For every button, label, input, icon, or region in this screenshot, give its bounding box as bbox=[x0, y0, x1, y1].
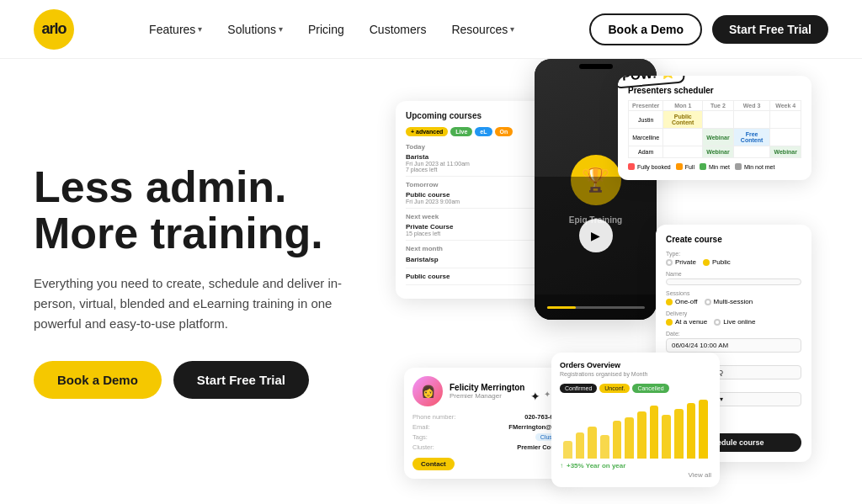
bar-chart-bar bbox=[699, 400, 708, 459]
scheduler-title: Presenters scheduler bbox=[628, 86, 801, 95]
bar-chart-bar bbox=[576, 432, 585, 459]
table-row: Adam Webinar Webinar bbox=[629, 146, 801, 158]
hero-buttons: Book a Demo Start Free Trial bbox=[34, 361, 370, 399]
bar-chart-bar bbox=[687, 403, 696, 459]
view-all-link[interactable]: View all bbox=[560, 471, 711, 479]
bar-chart-bar bbox=[625, 417, 634, 459]
star-icon-small: ✦ bbox=[544, 390, 551, 403]
bar-chart bbox=[560, 400, 711, 459]
filter-all[interactable]: + advanced bbox=[406, 127, 448, 136]
book-demo-button[interactable]: Book a Demo bbox=[589, 13, 701, 45]
nav-item-features[interactable]: Features ▾ bbox=[139, 18, 212, 41]
create-course-title: Create course bbox=[666, 235, 801, 244]
profile-fields: Phone number: 020-763-6630 Email: FMerri… bbox=[412, 413, 564, 451]
name-input[interactable] bbox=[666, 279, 801, 285]
video-overlay: ▶ bbox=[535, 177, 657, 294]
date-input[interactable]: 06/04/24 10:00 AM bbox=[666, 338, 801, 353]
min-met-legend-dot bbox=[700, 163, 706, 170]
radio-venue[interactable] bbox=[666, 319, 673, 326]
nav-item-customers[interactable]: Customers bbox=[359, 18, 437, 41]
profile-name: Felicity Merrington bbox=[450, 383, 524, 392]
bar-chart-bar bbox=[637, 411, 646, 459]
chevron-down-icon: ▾ bbox=[279, 24, 283, 34]
filter-elearning[interactable]: eL bbox=[475, 127, 492, 136]
nav-links: Features ▾ Solutions ▾ Pricing Customers… bbox=[139, 18, 524, 41]
growth-arrow-icon: ↑ bbox=[560, 462, 563, 470]
bar-chart-bar bbox=[613, 421, 622, 459]
video-controls bbox=[535, 294, 657, 320]
bar-chart-bar bbox=[662, 415, 671, 459]
full-legend-dot bbox=[676, 163, 683, 170]
orders-filter-tabs: Confirmed Unconf. Cancelled bbox=[560, 384, 711, 393]
hero-title: Less admin. More training. bbox=[34, 164, 370, 256]
hero-book-demo-button[interactable]: Book a Demo bbox=[34, 361, 162, 399]
play-button[interactable]: ▶ bbox=[579, 219, 613, 252]
hero-left: Less admin. More training. Everything yo… bbox=[34, 164, 396, 398]
orders-title: Orders Overview bbox=[560, 361, 711, 369]
progress-bar bbox=[547, 306, 645, 309]
filter-confirmed[interactable]: Confirmed bbox=[560, 384, 597, 393]
table-row: Justin Public Content bbox=[629, 111, 801, 129]
scheduler-table: Presenter Mon 1 Tue 2 Wed 3 Week 4 Justi… bbox=[628, 100, 801, 158]
phone-notch bbox=[579, 64, 613, 69]
radio-private[interactable] bbox=[666, 259, 673, 266]
name-field: Name bbox=[666, 271, 801, 285]
scheduler-legend: Fully booked Full Min met Min not met bbox=[628, 163, 801, 170]
nav-item-resources[interactable]: Resources ▾ bbox=[441, 18, 524, 41]
start-trial-button[interactable]: Start Free Trial bbox=[712, 15, 828, 44]
logo[interactable]: arlo bbox=[34, 9, 74, 50]
hero-start-trial-button[interactable]: Start Free Trial bbox=[173, 361, 309, 399]
radio-oneoff[interactable] bbox=[666, 299, 673, 305]
table-row: Marcelline Webinar Free Content bbox=[629, 129, 801, 146]
radio-multisession[interactable] bbox=[705, 299, 711, 305]
delivery-field: Delivery At a venue Live online bbox=[666, 310, 801, 326]
filter-cancelled[interactable]: Cancelled bbox=[632, 384, 668, 393]
hero-section: Less admin. More training. Everything yo… bbox=[0, 59, 862, 504]
contact-button[interactable]: Contact bbox=[412, 458, 455, 470]
chevron-down-icon: ▾ bbox=[198, 24, 202, 34]
profile-role: Premier Manager bbox=[450, 392, 524, 400]
growth-indicator: ↑ +35% Year on year bbox=[560, 462, 711, 470]
date-field: Date: 06/04/24 10:00 AM bbox=[666, 331, 801, 353]
orders-subtitle: Registrations organised by Month bbox=[560, 371, 711, 377]
avatar: 👩 bbox=[412, 376, 443, 406]
radio-liveonline[interactable] bbox=[714, 319, 721, 326]
min-not-met-legend-dot bbox=[735, 163, 742, 170]
profile-card: 👩 Felicity Merrington Premier Manager Ph… bbox=[404, 368, 572, 479]
bar-chart-bar bbox=[674, 409, 684, 459]
type-field: Type: Private Public bbox=[666, 251, 801, 266]
hero-visuals: Upcoming courses + advanced Live eL On T… bbox=[396, 59, 828, 504]
star-icon: ✦ bbox=[530, 390, 540, 403]
filter-ondemand[interactable]: On bbox=[495, 127, 513, 136]
bar-chart-bar bbox=[563, 441, 572, 459]
navbar: arlo Features ▾ Solutions ▾ Pricing Cust… bbox=[0, 0, 862, 59]
sessions-field: Sessions One-off Multi-session bbox=[666, 290, 801, 305]
orders-card: Orders Overview Registrations organised … bbox=[551, 353, 720, 487]
bar-chart-bar bbox=[588, 427, 597, 459]
nav-actions: Book a Demo Start Free Trial bbox=[589, 13, 828, 45]
nav-item-pricing[interactable]: Pricing bbox=[298, 18, 354, 41]
bar-chart-bar bbox=[650, 406, 659, 459]
filter-live[interactable]: Live bbox=[450, 127, 472, 136]
progress-fill bbox=[547, 306, 577, 309]
star-decorations: ✦ ✦ bbox=[530, 390, 551, 403]
nav-item-solutions[interactable]: Solutions ▾ bbox=[217, 18, 293, 41]
chevron-down-icon: ▾ bbox=[510, 24, 514, 34]
hero-description: Everything you need to create, schedule … bbox=[34, 273, 362, 334]
radio-public[interactable] bbox=[703, 259, 710, 266]
fully-booked-legend-dot bbox=[628, 163, 635, 170]
bar-chart-bar bbox=[600, 435, 609, 459]
scheduler-card: POW! ⭐ Presenters scheduler Presenter Mo… bbox=[618, 76, 811, 180]
filter-unconfirmed[interactable]: Unconf. bbox=[599, 384, 630, 393]
